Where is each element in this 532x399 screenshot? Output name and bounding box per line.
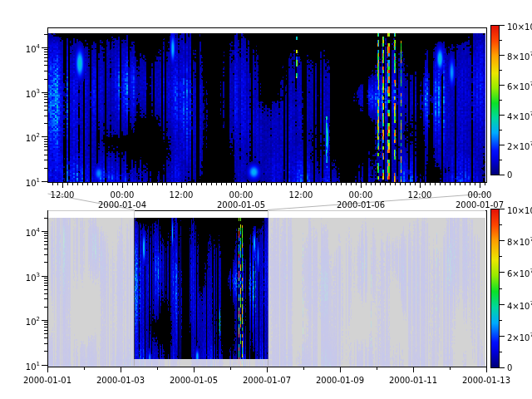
- overview_plot-y-tick-label-base: 10: [26, 273, 37, 283]
- overview_plot-y-tick-label: 101: [12, 360, 40, 372]
- detail-colorbar-tick-label: 0: [507, 170, 512, 180]
- detail_plot-x-tick-label: 12:00: [280, 190, 322, 200]
- detail_plot-x-minor-tick: [132, 182, 133, 185]
- overview_plot-x-tick-label: 2000-01-03: [93, 375, 148, 386]
- overview_plot-x-tick-label: 2000-01-11: [386, 375, 441, 386]
- overview_plot-y-minor-tick: [44, 235, 47, 236]
- overview_plot-y-minor-tick: [44, 298, 47, 299]
- detail_plot-x-tick-time: 12:00: [408, 190, 432, 200]
- detail_plot-y-minor-tick: [44, 61, 47, 62]
- detail_plot-x-tick-label: 00:00: [459, 190, 500, 200]
- detail_plot-x-minor-tick: [196, 182, 197, 185]
- detail_plot-x-tick-time: 00:00: [349, 190, 373, 200]
- detail_plot-x-minor-tick: [142, 182, 143, 185]
- detail_plot-y-major-tick: [42, 136, 47, 137]
- detail_plot-x-minor-tick: [356, 182, 357, 185]
- detail-colorbar-minor-tick: [500, 40, 502, 41]
- detail_plot-x-major-tick: [62, 182, 63, 188]
- detail_plot-x-minor-tick: [221, 182, 222, 185]
- detail_plot-x-minor-tick: [162, 182, 163, 185]
- overview_plot-x-tick-date-text: 2000-01-13: [462, 376, 510, 385]
- overview-colorbar-major-tick: [500, 240, 505, 241]
- overview_plot-y-minor-tick: [44, 330, 47, 331]
- detail_plot-x-minor-tick: [385, 182, 386, 185]
- detail_plot-y-minor-tick: [44, 144, 47, 145]
- overview_plot-y-tick-label-base: 10: [26, 318, 37, 327]
- detail_plot-x-tick-date-text: 2000-01-05: [217, 200, 265, 209]
- detail_plot-x-major-tick: [361, 182, 362, 188]
- detail_plot-x-minor-tick: [57, 182, 58, 185]
- overview_plot-x-major-tick: [194, 367, 195, 372]
- overview_plot-y-minor-tick: [44, 283, 47, 283]
- detail_plot-x-minor-tick: [97, 182, 98, 185]
- detail-colorbar-tick-label-base: 4×10: [507, 112, 530, 121]
- detail_plot-y-tick-label: 103: [12, 87, 40, 100]
- detail_plot-x-minor-tick: [152, 182, 153, 185]
- detail_plot-x-minor-tick: [231, 182, 232, 185]
- detail_plot-x-major-tick: [420, 182, 421, 188]
- detail_plot-x-minor-tick: [67, 182, 68, 185]
- detail_plot-x-tick-time: 00:00: [229, 190, 254, 200]
- overview_plot-y-tick-label-exp: 2: [37, 316, 40, 323]
- detail_plot-x-minor-tick: [415, 182, 416, 185]
- overview_plot-y-minor-tick: [44, 218, 47, 219]
- detail-colorbar-major-tick: [500, 85, 505, 86]
- detail_plot-x-minor-tick: [251, 182, 252, 185]
- detail-colorbar-minor-tick: [500, 160, 502, 160]
- detail-colorbar-tick-label: 10×107: [507, 20, 532, 32]
- wash-frame-segment-right: [268, 210, 485, 211]
- overview_plot-y-minor-tick: [44, 280, 47, 281]
- detail_plot-y-minor-tick: [44, 102, 47, 103]
- overview_plot-y-minor-tick: [44, 333, 47, 334]
- overview_plot-x-major-tick: [267, 367, 268, 372]
- detail-spectrogram-canvas[interactable]: [48, 33, 485, 182]
- detail_plot-x-minor-tick: [77, 182, 78, 185]
- selection-region[interactable]: [135, 210, 268, 367]
- detail-colorbar-major-tick: [500, 25, 505, 26]
- detail_plot-x-minor-tick: [371, 182, 372, 185]
- detail_plot-y-minor-tick: [44, 49, 47, 50]
- detail_plot-y-major-tick: [42, 181, 47, 182]
- detail_plot-x-minor-tick: [286, 182, 287, 185]
- overview_plot-x-tick-label: 2000-01-07: [239, 375, 294, 386]
- overview-colorbar-tick-label-base: 8×10: [507, 238, 530, 247]
- detail_plot-x-tick-time: 00:00: [468, 190, 492, 200]
- detail_plot-x-minor-tick: [405, 182, 406, 185]
- detail_plot-x-minor-tick: [460, 182, 461, 185]
- detail_plot-x-minor-tick: [430, 182, 431, 185]
- overview-colorbar-tick-label: 10×107: [507, 204, 532, 216]
- overview_plot-x-tick-label: 2000-01-13: [459, 375, 514, 386]
- detail_plot-x-tick-label: 00:00: [101, 190, 143, 200]
- detail_plot-x-minor-tick: [157, 182, 158, 185]
- detail_plot-x-minor-tick: [455, 182, 456, 185]
- detail-colorbar-minor-tick: [500, 130, 502, 131]
- overview_plot-x-tick-date-text: 2000-01-03: [96, 376, 145, 385]
- overview_plot-y-minor-tick: [44, 293, 47, 294]
- detail_plot-x-minor-tick: [236, 182, 237, 185]
- overview_plot-y-minor-tick: [44, 337, 47, 338]
- overview_plot-x-tick-date-text: 2000-01-07: [243, 376, 291, 385]
- overview_plot-y-major-tick: [42, 231, 47, 232]
- detail-colorbar-major-tick: [500, 175, 505, 175]
- detail-colorbar-minor-tick: [500, 100, 502, 101]
- detail_plot-x-tick-date: 2000-01-04: [95, 200, 150, 210]
- detail-colorbar-tick-label-base: 0: [507, 170, 512, 180]
- detail_plot-y-minor-tick: [44, 71, 47, 71]
- overview_plot-x-major-tick: [413, 367, 414, 372]
- overview_plot-y-minor-tick: [44, 233, 47, 234]
- overview_plot-y-minor-tick: [44, 343, 47, 344]
- detail-colorbar-major-tick: [500, 55, 505, 56]
- selection-right-edge[interactable]: [268, 211, 268, 366]
- detail_plot-x-minor-tick: [410, 182, 411, 185]
- detail_plot-y-tick-label: 102: [12, 131, 40, 144]
- overview-colorbar-tick-label: 8×107: [507, 235, 532, 248]
- overview-colorbar-tick-label: 0: [507, 362, 512, 373]
- detail-colorbar-tick-label: 8×107: [507, 50, 532, 62]
- detail_plot-x-minor-tick: [390, 182, 391, 185]
- detail_plot-x-minor-tick: [201, 182, 202, 185]
- overview-colorbar-minor-tick: [500, 352, 502, 352]
- overview-colorbar-tick-label-base: 6×10: [507, 269, 530, 278]
- detail_plot-x-minor-tick: [82, 182, 83, 185]
- detail_plot-x-major-tick: [122, 182, 123, 188]
- detail_plot-x-tick-time: 12:00: [289, 190, 313, 200]
